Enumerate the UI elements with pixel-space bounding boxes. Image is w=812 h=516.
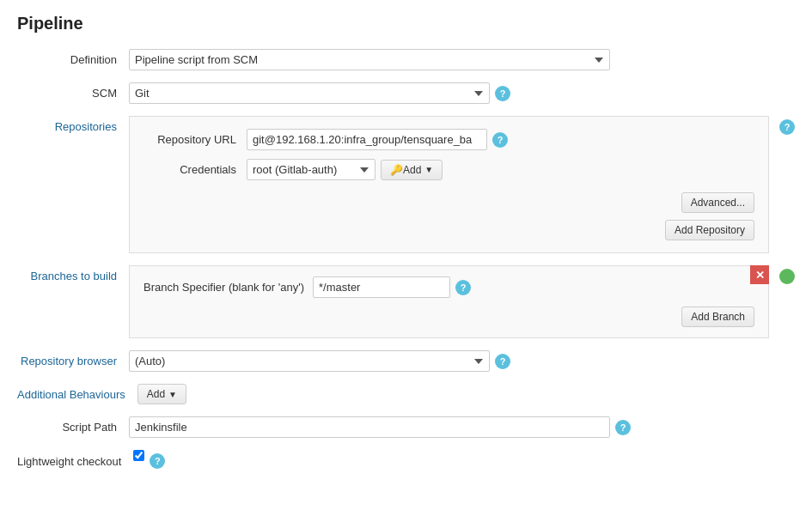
add-credentials-label: Add (403, 164, 421, 176)
repo-browser-content: (Auto)assemblabitbucketgithub ? (129, 350, 795, 372)
credentials-row: Credentials root (Gitlab-auth)- none - 🔑… (143, 159, 754, 180)
scm-label: SCM (17, 82, 129, 100)
add-behaviours-button[interactable]: Add ▼ (137, 384, 186, 404)
repositories-label: Repositories (17, 116, 129, 133)
branches-content: ✕ Branch Specifier (blank for 'any') ? A… (129, 265, 795, 338)
branches-label: Branches to build (17, 265, 129, 282)
repo-url-help-icon[interactable]: ? (492, 132, 508, 148)
branch-specifier-help-icon[interactable]: ? (455, 280, 471, 295)
branches-help-icon[interactable]: ? (779, 269, 795, 284)
lightweight-checkout-row: Lightweight checkout ? (17, 450, 795, 469)
definition-row: Definition Pipeline script from SCMPipel… (17, 49, 795, 70)
scm-help-icon[interactable]: ? (495, 86, 510, 101)
repo-url-label: Repository URL (143, 133, 247, 146)
page-container: Pipeline Definition Pipeline script from… (0, 0, 812, 516)
credentials-controls: root (Gitlab-auth)- none - 🔑 Add ▼ (247, 159, 443, 180)
script-path-row: Script Path ? (17, 416, 795, 438)
page-title: Pipeline (17, 14, 795, 33)
scm-content: GitNoneSubversion ? (129, 82, 795, 104)
script-path-help-icon[interactable]: ? (615, 420, 631, 435)
definition-content: Pipeline script from SCMPipeline script (129, 49, 795, 70)
branch-add-row: Add Branch (143, 307, 754, 327)
lightweight-checkout-content: ? (133, 450, 795, 469)
branch-delete-button[interactable]: ✕ (750, 265, 769, 284)
add-branch-button[interactable]: Add Branch (681, 307, 754, 327)
add-repository-label: Add Repository (675, 224, 745, 236)
branches-row: Branches to build ✕ Branch Specifier (bl… (17, 265, 795, 338)
add-behaviours-arrow-icon: ▼ (168, 390, 177, 399)
lightweight-checkout-help-icon[interactable]: ? (150, 453, 165, 469)
repo-url-input[interactable] (247, 129, 487, 150)
repo-browser-select[interactable]: (Auto)assemblabitbucketgithub (129, 350, 490, 372)
branch-delete-icon: ✕ (755, 269, 765, 282)
definition-select[interactable]: Pipeline script from SCMPipeline script (129, 49, 610, 70)
lightweight-checkout-checkbox[interactable] (133, 450, 144, 461)
scm-select[interactable]: GitNoneSubversion (129, 82, 490, 104)
branch-specifier-input[interactable] (313, 276, 450, 298)
advanced-label: Advanced... (691, 197, 745, 209)
repositories-section-block: Repository URL ? Credentials root (Gitla… (129, 116, 795, 253)
script-path-input[interactable] (129, 416, 610, 438)
script-path-label: Script Path (17, 416, 129, 434)
repo-actions: Advanced... Add Repository (143, 189, 754, 240)
additional-behaviours-label: Additional Behaviours (17, 384, 137, 401)
branch-specifier-row: Branch Specifier (blank for 'any') ? (143, 276, 754, 298)
definition-label: Definition (17, 49, 129, 66)
add-credentials-button[interactable]: 🔑 Add ▼ (381, 160, 443, 180)
credentials-label: Credentials (143, 163, 247, 176)
key-icon: 🔑 (390, 164, 403, 176)
repo-browser-row: Repository browser (Auto)assemblabitbuck… (17, 350, 795, 372)
repo-browser-label: Repository browser (17, 350, 129, 367)
scm-row: SCM GitNoneSubversion ? (17, 82, 795, 104)
additional-behaviours-row: Additional Behaviours Add ▼ (17, 384, 795, 404)
credentials-select[interactable]: root (Gitlab-auth)- none - (247, 159, 375, 180)
additional-behaviours-content: Add ▼ (137, 384, 795, 404)
repo-browser-help-icon[interactable]: ? (495, 354, 510, 369)
add-credentials-arrow-icon: ▼ (424, 165, 433, 174)
advanced-button[interactable]: Advanced... (681, 192, 754, 213)
branch-specifier-label: Branch Specifier (blank for 'any') (143, 281, 304, 294)
add-repository-button[interactable]: Add Repository (665, 220, 754, 240)
add-branch-label: Add Branch (691, 311, 745, 323)
script-path-content: ? (129, 416, 795, 438)
repo-url-row: Repository URL ? (143, 129, 754, 150)
repo-box: Repository URL ? Credentials root (Gitla… (129, 116, 769, 253)
lightweight-checkout-label: Lightweight checkout (17, 451, 133, 468)
branches-box: ✕ Branch Specifier (blank for 'any') ? A… (129, 265, 769, 338)
repositories-content: Repository URL ? Credentials root (Gitla… (129, 116, 795, 253)
branches-section-block: ✕ Branch Specifier (blank for 'any') ? A… (129, 265, 795, 338)
repositories-help-icon[interactable]: ? (779, 119, 795, 135)
add-behaviours-label: Add (147, 388, 165, 400)
repositories-row: Repositories Repository URL ? Credential… (17, 116, 795, 253)
